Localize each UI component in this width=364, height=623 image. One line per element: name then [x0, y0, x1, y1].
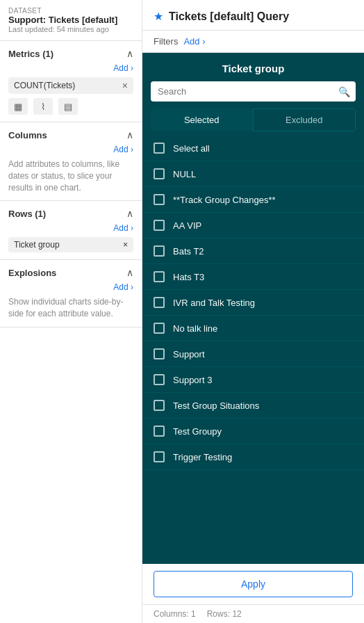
- columns-count: Columns: 1: [154, 609, 196, 619]
- rows-count: Rows: 12: [207, 609, 242, 619]
- filters-bar: Filters Add: [142, 31, 364, 53]
- checkbox-icon[interactable]: [154, 348, 165, 359]
- item-label: **Track Group Changes**: [173, 195, 276, 205]
- metrics-icon-row: ▦ ⌇ ▤: [8, 98, 133, 115]
- items-list: Select allNULL**Track Group Changes**AA …: [142, 136, 364, 564]
- main-area: ★ Tickets [default] Query Filters Add Ti…: [142, 0, 364, 623]
- line-chart-icon[interactable]: ⌇: [33, 98, 53, 115]
- explosions-section: Explosions ∧ Add Show individual charts …: [0, 260, 142, 327]
- checkbox-icon[interactable]: [154, 323, 165, 334]
- dataset-name: Support: Tickets [default]: [8, 15, 133, 25]
- item-label: Test Groupy: [173, 426, 222, 437]
- item-label: Select all: [173, 143, 210, 154]
- filters-label: Filters: [154, 36, 178, 47]
- item-label: Trigger Testing: [173, 452, 232, 462]
- main-header: ★ Tickets [default] Query: [142, 0, 364, 31]
- rows-add-link[interactable]: Add: [8, 223, 133, 233]
- metrics-chip-label: COUNT(Tickets): [14, 81, 75, 90]
- list-item[interactable]: No talk line: [142, 316, 364, 341]
- item-label: No talk line: [173, 323, 217, 334]
- checkbox-icon[interactable]: [154, 168, 165, 179]
- apply-button[interactable]: Apply: [154, 571, 353, 597]
- sidebar: Dataset Support: Tickets [default] Last …: [0, 0, 142, 623]
- metrics-chip-close-icon[interactable]: ×: [122, 80, 128, 91]
- metrics-section: Metrics (1) ∧ Add COUNT(Tickets) × ▦ ⌇ ▤: [0, 41, 142, 122]
- ticket-group-panel: Ticket group 🔍 Selected Excluded Select …: [142, 53, 364, 604]
- apply-bar: Apply: [142, 564, 364, 604]
- checkbox-icon[interactable]: [154, 374, 165, 385]
- tab-row: Selected Excluded: [151, 108, 356, 131]
- columns-empty-text: Add attributes to columns, like dates or…: [8, 159, 133, 193]
- rows-toggle-icon[interactable]: ∧: [126, 208, 133, 219]
- tab-selected[interactable]: Selected: [151, 108, 253, 131]
- item-label: Support 3: [173, 375, 212, 385]
- list-item[interactable]: Test Group Situations: [142, 393, 364, 419]
- table-icon[interactable]: ▤: [58, 98, 78, 115]
- columns-title: Columns: [8, 130, 47, 140]
- list-item[interactable]: Hats T3: [142, 264, 364, 290]
- search-icon: 🔍: [338, 86, 350, 97]
- item-label: IVR and Talk Testing: [173, 298, 255, 308]
- columns-section: Columns ∧ Add Add attributes to columns,…: [0, 122, 142, 201]
- list-item[interactable]: Trigger Testing: [142, 444, 364, 470]
- search-box: 🔍: [151, 81, 356, 102]
- list-item[interactable]: IVR and Talk Testing: [142, 290, 364, 316]
- rows-chip: Ticket group ×: [8, 237, 133, 252]
- item-label: NULL: [173, 169, 196, 179]
- list-item[interactable]: Select all: [142, 136, 364, 161]
- explosions-header: Explosions ∧: [8, 267, 133, 278]
- checkbox-icon[interactable]: [154, 426, 165, 437]
- checkbox-icon[interactable]: [154, 220, 165, 231]
- item-label: AA VIP: [173, 220, 201, 231]
- checkbox-icon[interactable]: [154, 194, 165, 205]
- explosions-add-link[interactable]: Add: [8, 282, 133, 292]
- tab-excluded[interactable]: Excluded: [253, 108, 356, 131]
- explosions-empty-text: Show individual charts side-by-side for …: [8, 296, 133, 320]
- dataset-updated: Last updated: 54 minutes ago: [8, 25, 133, 33]
- dataset-label: Dataset: [8, 7, 133, 15]
- rows-header: Rows (1) ∧: [8, 208, 133, 219]
- explosions-title: Explosions: [8, 268, 56, 278]
- list-item[interactable]: Test Groupy: [142, 419, 364, 444]
- list-item[interactable]: Support 3: [142, 367, 364, 393]
- bottom-bar: Columns: 1 Rows: 12: [142, 604, 364, 623]
- metrics-header: Metrics (1) ∧: [8, 48, 133, 59]
- main-title: Tickets [default] Query: [169, 10, 289, 23]
- panel-title: Ticket group: [142, 53, 364, 81]
- dataset-info: Dataset Support: Tickets [default] Last …: [0, 0, 142, 41]
- bar-chart-icon[interactable]: ▦: [8, 98, 28, 115]
- checkbox-icon[interactable]: [154, 451, 165, 462]
- metrics-toggle-icon[interactable]: ∧: [126, 48, 133, 59]
- rows-chip-label: Ticket group: [14, 240, 60, 250]
- checkbox-icon[interactable]: [154, 245, 165, 257]
- metrics-add-link[interactable]: Add: [8, 63, 133, 73]
- search-input[interactable]: [151, 81, 356, 102]
- rows-title: Rows (1): [8, 209, 46, 219]
- list-item[interactable]: NULL: [142, 161, 364, 187]
- item-label: Bats T2: [173, 246, 204, 257]
- checkbox-icon[interactable]: [154, 400, 165, 411]
- filters-add-link[interactable]: Add: [183, 36, 205, 47]
- list-item[interactable]: Bats T2: [142, 238, 364, 264]
- item-label: Test Group Situations: [173, 400, 259, 411]
- list-item[interactable]: Support: [142, 341, 364, 367]
- checkbox-icon[interactable]: [154, 271, 165, 282]
- item-label: Hats T3: [173, 272, 204, 282]
- columns-add-link[interactable]: Add: [8, 145, 133, 154]
- columns-toggle-icon[interactable]: ∧: [126, 129, 133, 140]
- metrics-chip: COUNT(Tickets) ×: [8, 77, 133, 94]
- metrics-title: Metrics (1): [8, 49, 53, 59]
- rows-section: Rows (1) ∧ Add Ticket group ×: [0, 201, 142, 260]
- rows-chip-close-icon[interactable]: ×: [123, 240, 128, 250]
- explosions-toggle-icon[interactable]: ∧: [126, 267, 133, 278]
- checkbox-icon[interactable]: [154, 143, 165, 154]
- item-label: Support: [173, 349, 205, 359]
- checkbox-icon[interactable]: [154, 297, 165, 308]
- list-item[interactable]: AA VIP: [142, 213, 364, 238]
- list-item[interactable]: **Track Group Changes**: [142, 187, 364, 213]
- columns-header: Columns ∧: [8, 129, 133, 140]
- star-icon: ★: [154, 10, 163, 23]
